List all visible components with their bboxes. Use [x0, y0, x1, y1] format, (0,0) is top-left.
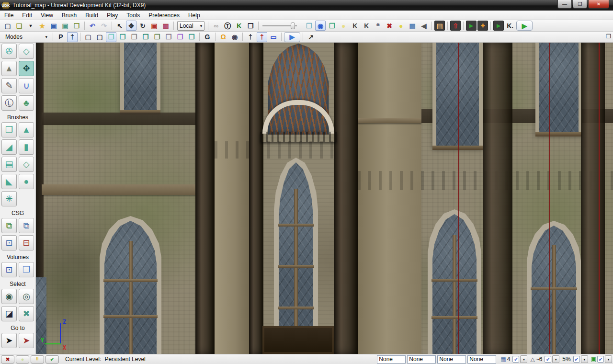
- play-level-button[interactable]: ▶: [516, 21, 533, 31]
- favorites-button[interactable]: ★: [37, 21, 47, 31]
- play-from-here-button[interactable]: ▶: [466, 21, 477, 31]
- goto-builder-brush-button[interactable]: ➤: [19, 333, 34, 348]
- play-on-pc-button[interactable]: ▶: [493, 21, 504, 31]
- camera-mode-button[interactable]: ✇: [1, 44, 17, 59]
- far-plane-slider[interactable]: [262, 21, 297, 31]
- linear-stair-brush-button[interactable]: ▤: [1, 157, 17, 172]
- drag-grid-checkbox[interactable]: ✔: [512, 356, 519, 363]
- actor-classes-button[interactable]: Ⓣ: [222, 21, 233, 31]
- menu-item-brush[interactable]: Brush: [57, 11, 81, 20]
- coordinate-system-dropdown[interactable]: Local▾: [177, 21, 204, 31]
- scale-tool-button[interactable]: ▣: [149, 21, 159, 31]
- static-mesh-mode-button[interactable]: ∪: [19, 78, 34, 93]
- rotation-grid-dropdown[interactable]: ▾: [552, 355, 559, 363]
- actor-none-field-3[interactable]: [437, 355, 466, 364]
- comment-bubble-button[interactable]: ❝: [373, 21, 383, 31]
- paths-status-button[interactable]: ‼: [31, 355, 44, 364]
- menu-item-play[interactable]: Play: [102, 11, 122, 20]
- save-as-button[interactable]: ▣: [60, 21, 70, 31]
- play-in-viewport-button[interactable]: ▶: [284, 32, 300, 42]
- viewmode-wireframe-button[interactable]: ▢: [94, 32, 105, 42]
- open-matinee-button[interactable]: ❐: [245, 21, 256, 31]
- save-button[interactable]: ▣: [48, 21, 59, 31]
- mute-actors-button[interactable]: ✖: [1, 355, 14, 364]
- save-all-button[interactable]: ❐: [71, 21, 82, 31]
- kismet-refs-button[interactable]: K: [350, 21, 360, 31]
- show-flags-button[interactable]: ◉: [229, 32, 240, 42]
- slider-thumb[interactable]: [291, 23, 295, 29]
- squint-frame-button[interactable]: ▭: [268, 32, 279, 42]
- actor-none-field-2[interactable]: [407, 355, 436, 364]
- goto-actor-button[interactable]: ➤: [1, 333, 17, 348]
- volumetric-brush-button[interactable]: ✳: [1, 191, 17, 206]
- detach-toolbar-button[interactable]: ❐: [606, 33, 611, 40]
- open-recent-dropdown[interactable]: ▾: [25, 21, 36, 31]
- geometry-mode-button[interactable]: ◇: [19, 44, 34, 59]
- new-map-button[interactable]: ▢: [2, 21, 13, 31]
- build-options-button[interactable]: ✚: [477, 21, 488, 31]
- content-browser-button[interactable]: ▤: [434, 21, 445, 31]
- dynamic-light-button[interactable]: ●: [396, 21, 406, 31]
- gamepad-button[interactable]: †: [245, 32, 256, 42]
- texture-align-mode-button[interactable]: ✥: [19, 61, 34, 76]
- modes-dropdown[interactable]: Modes▾: [3, 32, 49, 42]
- menu-item-file[interactable]: File: [0, 11, 18, 20]
- maximize-viewport-button[interactable]: †: [67, 32, 78, 42]
- terrain-mode-button[interactable]: ▲: [1, 61, 17, 76]
- translate-tool-button[interactable]: ✥: [126, 21, 136, 31]
- gamepad-record-button[interactable]: †: [257, 32, 267, 42]
- viewmode-lighting-only-button[interactable]: ❒: [140, 32, 151, 42]
- menu-item-view[interactable]: View: [36, 11, 57, 20]
- landscape-mode-button[interactable]: Ⓛ: [1, 95, 17, 111]
- toggle-lights-button[interactable]: ●: [338, 21, 349, 31]
- show-selected-button[interactable]: ◉: [1, 289, 17, 304]
- actor-none-field-4[interactable]: [467, 355, 496, 364]
- viewmode-brushwireframe-button[interactable]: ▢: [83, 32, 93, 42]
- close-button[interactable]: ✕: [588, 0, 609, 9]
- menu-item-help[interactable]: Help: [184, 11, 204, 20]
- scale-snap-dropdown[interactable]: ▾: [581, 355, 588, 363]
- viewmode-shader-complexity-button[interactable]: ❒: [175, 32, 185, 42]
- perspective-viewport[interactable]: Z Y X: [36, 43, 613, 354]
- autosave-dropdown[interactable]: ▾: [605, 355, 612, 363]
- autosave-checkbox[interactable]: ✔: [597, 356, 604, 363]
- add-volume-button[interactable]: ⊡: [1, 262, 17, 277]
- viewmode-light-complexity-button[interactable]: ❒: [152, 32, 162, 42]
- menu-item-build[interactable]: Build: [81, 11, 102, 20]
- rotation-grid-checkbox[interactable]: ✔: [545, 356, 551, 363]
- select-tool-button[interactable]: ↖: [114, 21, 125, 31]
- restore-button[interactable]: ❐: [573, 0, 587, 9]
- csg-intersect-button[interactable]: ⊡: [1, 235, 17, 250]
- perspective-p-button[interactable]: P: [56, 32, 66, 42]
- kismet-debugger-button[interactable]: K.: [505, 21, 515, 31]
- viewmode-lit-button[interactable]: ❒: [117, 32, 128, 42]
- foliage-mode-button[interactable]: ♣: [19, 95, 34, 111]
- menu-item-edit[interactable]: Edit: [18, 11, 36, 20]
- sheet-brush-button[interactable]: ◇: [19, 157, 34, 172]
- actor-none-field-1[interactable]: [377, 355, 406, 364]
- mesh-paint-mode-button[interactable]: ✎: [1, 78, 17, 93]
- no-collision-button[interactable]: ✖: [384, 21, 395, 31]
- terrain-view-button[interactable]: ▦: [407, 21, 418, 31]
- viewmode-unlit-button[interactable]: ❒: [106, 32, 116, 42]
- undo-button[interactable]: ↶: [87, 21, 98, 31]
- hide-unselected-button[interactable]: ✖: [19, 306, 34, 321]
- scale-snap-checkbox[interactable]: ✔: [573, 356, 580, 363]
- minimize-button[interactable]: —: [557, 0, 572, 9]
- csg-add-button[interactable]: ⧉: [1, 218, 17, 233]
- rotate-tool-button[interactable]: ↻: [137, 21, 148, 31]
- game-view-button[interactable]: G: [202, 32, 213, 42]
- csg-subtract-button[interactable]: ⧉: [19, 218, 34, 233]
- large-vertices-button[interactable]: ◉: [315, 21, 326, 31]
- viewmode-detail-lighting-button[interactable]: ❒: [129, 32, 139, 42]
- open-kismet-button[interactable]: K: [234, 21, 244, 31]
- curved-stair-brush-button[interactable]: ◢: [1, 139, 17, 155]
- menu-item-preferences[interactable]: Preferences: [144, 11, 184, 20]
- add-volume-cube-button[interactable]: ❒: [19, 262, 34, 277]
- viewmode-lightmap-density-button[interactable]: ❒: [186, 32, 197, 42]
- light-status-button[interactable]: ●: [16, 355, 29, 364]
- sphere-brush-button[interactable]: ●: [19, 174, 34, 189]
- lock-selected-button[interactable]: Ω: [218, 32, 228, 42]
- geometry-cube-button[interactable]: ❒: [327, 21, 337, 31]
- cylinder-brush-button[interactable]: ▮: [19, 139, 34, 155]
